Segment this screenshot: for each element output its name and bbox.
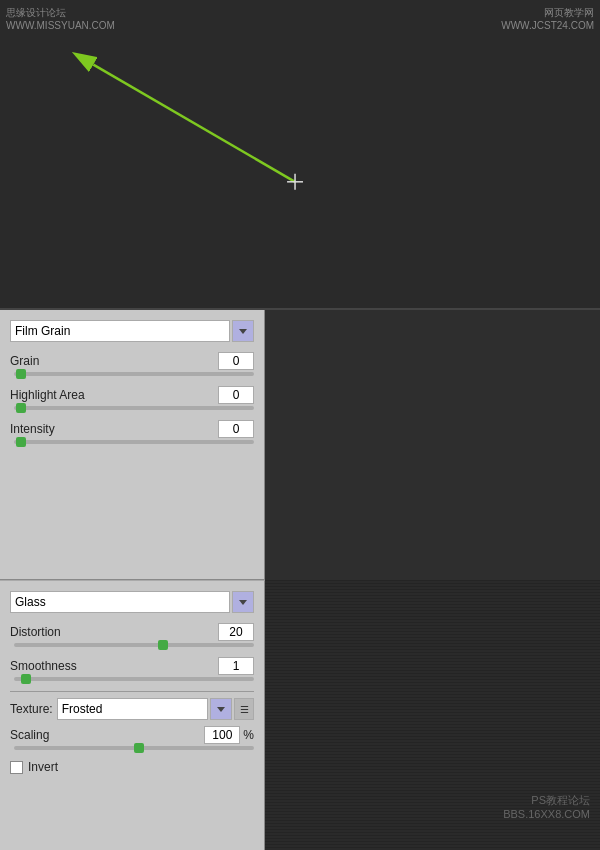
film-grain-dropdown-button[interactable] [232, 320, 254, 342]
texture-list-button[interactable]: ☰ [234, 698, 254, 720]
glass-select[interactable]: Glass [10, 591, 230, 613]
invert-label: Invert [28, 760, 58, 774]
highlight-label: Highlight Area [10, 388, 218, 402]
intensity-slider-row [10, 440, 254, 444]
canvas-area: 思缘设计论坛 WWW.MISSYUAN.COM 网页教学网 WWW.JCST24… [0, 0, 600, 310]
smoothness-slider-track[interactable] [14, 677, 254, 681]
texture-select[interactable]: Frosted [57, 698, 208, 720]
middle-right-preview [265, 310, 600, 580]
intensity-slider-thumb[interactable] [16, 437, 26, 447]
intensity-slider-track[interactable] [14, 440, 254, 444]
glass-dropdown-row: Glass [10, 591, 254, 613]
smoothness-slider-row [10, 677, 254, 681]
highlight-slider-track[interactable] [14, 406, 254, 410]
grain-slider-track[interactable] [14, 372, 254, 376]
invert-row: Invert [10, 760, 254, 774]
smoothness-row: Smoothness [10, 657, 254, 675]
texture-dropdown-button[interactable] [210, 698, 232, 720]
bottom-right-preview: PS教程论坛 BBS.16XX8.COM [265, 580, 600, 850]
watermark-bottom-right: PS教程论坛 BBS.16XX8.COM [503, 793, 590, 820]
glass-dropdown-button[interactable] [232, 591, 254, 613]
smoothness-slider-thumb[interactable] [21, 674, 31, 684]
chevron-down-icon [239, 329, 247, 334]
glass-panel: Glass Distortion Smoothness [0, 580, 265, 850]
scaling-slider-track[interactable] [14, 746, 254, 750]
distortion-slider-row [10, 643, 254, 647]
intensity-label: Intensity [10, 422, 218, 436]
intensity-input[interactable] [218, 420, 254, 438]
distortion-row: Distortion [10, 623, 254, 641]
film-grain-dropdown-row: Film Grain [10, 320, 254, 342]
film-grain-select[interactable]: Film Grain [10, 320, 230, 342]
smoothness-input[interactable] [218, 657, 254, 675]
bottom-section: Glass Distortion Smoothness [0, 580, 600, 850]
highlight-slider-row [10, 406, 254, 410]
highlight-slider-thumb[interactable] [16, 403, 26, 413]
scaling-row: Scaling % [10, 726, 254, 744]
middle-section: Film Grain Grain Highlight Area [0, 310, 600, 580]
distortion-label: Distortion [10, 625, 218, 639]
intensity-row: Intensity [10, 420, 254, 438]
texture-label: Texture: [10, 702, 53, 716]
grain-row: Grain [10, 352, 254, 370]
highlight-input[interactable] [218, 386, 254, 404]
grain-slider-row [10, 372, 254, 376]
texture-row: Texture: Frosted ☰ [10, 698, 254, 720]
watermark-top-left: 思缘设计论坛 WWW.MISSYUAN.COM [6, 6, 115, 32]
chevron-down-icon [217, 707, 225, 712]
distortion-slider-track[interactable] [14, 643, 254, 647]
grain-label: Grain [10, 354, 218, 368]
grain-input[interactable] [218, 352, 254, 370]
invert-checkbox[interactable] [10, 761, 23, 774]
divider [10, 691, 254, 692]
watermark-top-right: 网页教学网 WWW.JCST24.COM [501, 6, 594, 32]
scaling-label: Scaling [10, 728, 204, 742]
highlight-row: Highlight Area [10, 386, 254, 404]
distortion-input[interactable] [218, 623, 254, 641]
distortion-slider-thumb[interactable] [158, 640, 168, 650]
percent-label: % [243, 728, 254, 742]
scaling-input[interactable] [204, 726, 240, 744]
scaling-slider-thumb[interactable] [134, 743, 144, 753]
svg-line-1 [93, 65, 295, 182]
film-grain-panel: Film Grain Grain Highlight Area [0, 310, 265, 580]
smoothness-label: Smoothness [10, 659, 218, 673]
scaling-slider-row [10, 746, 254, 750]
chevron-down-icon [239, 600, 247, 605]
grain-slider-thumb[interactable] [16, 369, 26, 379]
